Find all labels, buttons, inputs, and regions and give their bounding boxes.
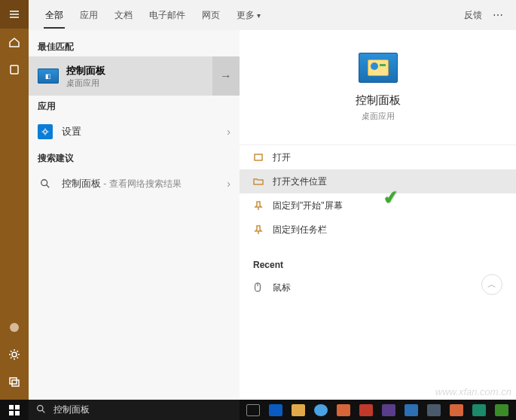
search-icon xyxy=(38,176,53,191)
tab-documents[interactable]: 文档 xyxy=(107,0,140,30)
taskbar-app-orange[interactable] xyxy=(334,402,353,418)
best-match-header: 最佳匹配 xyxy=(29,36,240,56)
results-column: 最佳匹配 ◧ 控制面板 桌面应用 → 应用 设置 › 搜索建议 xyxy=(29,30,240,400)
recent-item-mouse[interactable]: 鼠标 xyxy=(240,276,516,299)
tab-more[interactable]: 更多 ▾ xyxy=(229,0,268,30)
search-panel: 全部 应用 文档 电子邮件 网页 更多 ▾ 反馈 ⋯ 最佳匹配 ◧ 控制面板 桌… xyxy=(29,0,516,400)
home-button[interactable] xyxy=(0,29,29,56)
taskbar-tray xyxy=(243,402,516,418)
gear-icon xyxy=(8,348,20,361)
detail-title: 控制面板 xyxy=(356,93,401,108)
filter-tabs: 全部 应用 文档 电子邮件 网页 更多 ▾ 反馈 ⋯ xyxy=(29,0,516,30)
settings-result[interactable]: 设置 › xyxy=(29,116,240,148)
pin-taskbar-icon xyxy=(253,224,264,235)
open-icon xyxy=(253,152,264,163)
suggestions-header: 搜索建议 xyxy=(29,148,240,168)
chevron-right-icon: › xyxy=(227,178,231,190)
svg-rect-0 xyxy=(11,65,18,74)
svg-rect-4 xyxy=(12,380,19,386)
mouse-icon xyxy=(253,282,264,294)
action-pin-taskbar[interactable]: 固定到任务栏 xyxy=(240,218,516,242)
feedback-link[interactable]: 反馈 xyxy=(458,9,488,22)
settings-label: 设置 xyxy=(62,125,81,138)
pictures-icon xyxy=(8,376,20,388)
svg-rect-3 xyxy=(10,378,17,384)
web-search-result[interactable]: 控制面板 - 查看网络搜索结果 › xyxy=(29,168,240,199)
taskbar-app-sogou[interactable] xyxy=(311,402,331,418)
folder-open-icon xyxy=(253,176,264,187)
taskbar-app-edge[interactable] xyxy=(266,402,285,418)
overflow-button[interactable]: ⋯ xyxy=(490,9,507,21)
taskbar-app-teal[interactable] xyxy=(469,402,489,418)
detail-app-icon xyxy=(359,53,398,83)
apps-header: 应用 xyxy=(29,96,240,116)
collapse-button[interactable]: ︿ xyxy=(481,274,502,295)
expand-arrow[interactable]: → xyxy=(212,56,240,96)
tab-all[interactable]: 全部 xyxy=(38,0,71,30)
svg-point-2 xyxy=(12,352,17,357)
task-view-button[interactable] xyxy=(243,402,263,418)
tab-apps[interactable]: 应用 xyxy=(72,0,105,30)
taskbar-app-explorer[interactable] xyxy=(289,402,308,418)
web-search-label: 控制面板 - 查看网络搜索结果 xyxy=(62,177,182,190)
control-panel-icon: ◧ xyxy=(38,68,59,84)
chevron-right-icon: › xyxy=(227,126,231,138)
svg-point-1 xyxy=(10,323,19,332)
detail-column: 控制面板 桌面应用 打开 打开文件位置 固定到"开始"屏幕 xyxy=(240,30,516,400)
tab-web[interactable]: 网页 xyxy=(194,0,227,30)
account-button[interactable] xyxy=(0,314,29,341)
action-open[interactable]: 打开 xyxy=(240,145,516,169)
search-icon xyxy=(36,403,46,417)
tab-email[interactable]: 电子邮件 xyxy=(142,0,193,30)
hamburger-icon xyxy=(8,8,20,20)
taskbar-search-text: 控制面板 xyxy=(53,403,90,416)
actions-list: 打开 打开文件位置 固定到"开始"屏幕 固定到任务栏 xyxy=(240,145,516,242)
taskbar-app-red[interactable] xyxy=(356,402,376,418)
account-icon xyxy=(8,321,20,333)
pictures-button[interactable] xyxy=(0,368,29,395)
svg-rect-7 xyxy=(255,154,262,160)
chevron-down-icon: ▾ xyxy=(257,11,261,20)
svg-point-6 xyxy=(41,180,47,186)
taskbar-app-green[interactable] xyxy=(492,402,511,418)
best-match-result[interactable]: ◧ 控制面板 桌面应用 → xyxy=(29,56,240,96)
folder-icon xyxy=(8,63,20,75)
taskbar-app-purple[interactable] xyxy=(379,402,398,418)
settings-rail-button[interactable] xyxy=(0,341,29,368)
svg-rect-13 xyxy=(15,411,20,415)
recent-header: Recent xyxy=(240,242,516,276)
home-icon xyxy=(8,36,20,48)
start-button[interactable] xyxy=(0,400,29,420)
action-open-file-location[interactable]: 打开文件位置 xyxy=(240,169,516,193)
pin-start-icon xyxy=(253,200,264,211)
folder-button[interactable] xyxy=(0,56,29,83)
detail-subtitle: 桌面应用 xyxy=(362,111,395,122)
svg-rect-12 xyxy=(9,411,14,415)
windows-icon xyxy=(9,405,20,415)
taskbar-search[interactable]: 控制面板 xyxy=(29,400,240,420)
svg-rect-11 xyxy=(15,405,20,409)
result-title: 控制面板 xyxy=(66,64,105,78)
taskbar-app-orange2[interactable] xyxy=(447,402,466,418)
settings-icon xyxy=(38,124,53,139)
menu-button[interactable] xyxy=(0,0,29,29)
svg-point-14 xyxy=(38,405,43,410)
action-pin-start[interactable]: 固定到"开始"屏幕 xyxy=(240,193,516,218)
left-rail xyxy=(0,0,29,400)
svg-point-5 xyxy=(44,130,47,134)
taskbar-app-blue[interactable] xyxy=(402,402,421,418)
svg-rect-10 xyxy=(9,405,14,409)
taskbar-app-slate[interactable] xyxy=(424,402,444,418)
taskbar: 控制面板 xyxy=(0,400,516,420)
result-subtitle: 桌面应用 xyxy=(66,78,105,89)
